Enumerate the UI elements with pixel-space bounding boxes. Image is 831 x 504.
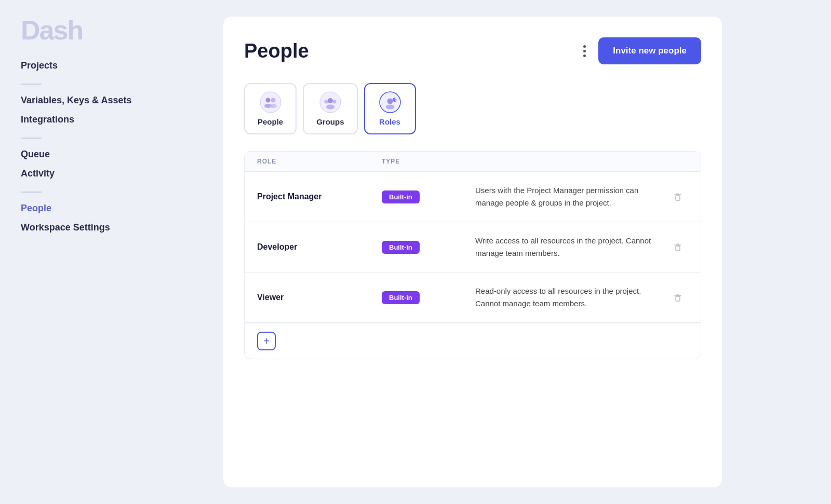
- delete-viewer-button[interactable]: [667, 290, 688, 305]
- col-header-actions: [667, 158, 688, 165]
- svg-point-7: [326, 105, 334, 110]
- more-options-button[interactable]: [579, 41, 590, 61]
- roles-tab-icon: ⚙: [379, 91, 401, 113]
- tab-people[interactable]: People: [244, 83, 297, 134]
- svg-rect-20: [677, 244, 679, 245]
- content-card: People Invite new people: [223, 17, 722, 487]
- svg-point-11: [387, 99, 393, 104]
- table-header: ROLE TYPE: [245, 152, 701, 172]
- role-name-developer: Developer: [257, 242, 382, 252]
- sidebar-item-variables[interactable]: Variables, Keys & Assets: [21, 91, 182, 110]
- svg-point-1: [265, 98, 270, 103]
- tab-roles-label: Roles: [379, 117, 400, 126]
- svg-point-6: [328, 98, 333, 103]
- trash-icon: [673, 292, 683, 303]
- tab-groups[interactable]: Groups: [303, 83, 357, 134]
- add-role-row: +: [245, 323, 701, 359]
- more-dot-3: [583, 55, 586, 57]
- sidebar: Dash Projects Variables, Keys & Assets I…: [0, 0, 203, 504]
- sidebar-divider-3: [21, 192, 42, 193]
- delete-developer-button[interactable]: [667, 240, 688, 254]
- sidebar-item-people[interactable]: People: [21, 199, 182, 218]
- svg-rect-23: [677, 294, 679, 295]
- svg-text:⚙: ⚙: [394, 98, 397, 101]
- role-name-viewer: Viewer: [257, 293, 382, 302]
- svg-point-8: [324, 100, 328, 104]
- tabs-container: People Groups: [244, 83, 701, 134]
- roles-table: ROLE TYPE Project Manager Built-in Users…: [244, 151, 701, 359]
- tab-people-label: People: [258, 117, 283, 126]
- col-header-description: [475, 158, 667, 165]
- delete-project-manager-button[interactable]: [667, 189, 688, 204]
- role-name-project-manager: Project Manager: [257, 192, 382, 201]
- logo: Dash: [21, 17, 182, 44]
- badge-builtin-viewer: Built-in: [382, 291, 420, 304]
- svg-rect-21: [676, 296, 680, 301]
- role-description-project-manager: Users with the Project Manager permissio…: [475, 184, 667, 209]
- trash-icon: [673, 242, 683, 252]
- sidebar-item-workspace[interactable]: Workspace Settings: [21, 218, 182, 237]
- badge-builtin-project-manager: Built-in: [382, 190, 420, 203]
- svg-point-2: [271, 98, 275, 103]
- more-dot-1: [583, 45, 586, 48]
- page-header: People Invite new people: [244, 37, 701, 64]
- svg-rect-18: [676, 246, 680, 251]
- table-row: Developer Built-in Write access to all r…: [245, 222, 701, 273]
- svg-point-0: [260, 92, 281, 113]
- role-description-viewer: Read-only access to all resources in the…: [475, 285, 667, 310]
- table-row: Project Manager Built-in Users with the …: [245, 172, 701, 222]
- more-dot-2: [583, 50, 586, 52]
- svg-point-4: [270, 104, 277, 108]
- add-role-button[interactable]: +: [257, 332, 276, 350]
- role-description-developer: Write access to all resources in the pro…: [475, 235, 667, 260]
- table-row: Viewer Built-in Read-only access to all …: [245, 273, 701, 323]
- sidebar-item-projects[interactable]: Projects: [21, 56, 182, 75]
- invite-new-people-button[interactable]: Invite new people: [598, 37, 701, 64]
- sidebar-item-integrations[interactable]: Integrations: [21, 110, 182, 129]
- tab-roles[interactable]: ⚙ Roles: [364, 83, 416, 134]
- header-actions: Invite new people: [579, 37, 701, 64]
- page-title: People: [244, 40, 309, 62]
- sidebar-item-queue[interactable]: Queue: [21, 145, 182, 164]
- col-header-role: ROLE: [257, 158, 382, 165]
- people-tab-icon: [260, 91, 282, 113]
- svg-point-9: [332, 100, 336, 104]
- sidebar-divider-2: [21, 138, 42, 139]
- main-content: People Invite new people: [203, 0, 831, 504]
- badge-builtin-developer: Built-in: [382, 241, 420, 254]
- tab-groups-label: Groups: [316, 117, 344, 126]
- trash-icon: [673, 192, 683, 202]
- col-header-type: TYPE: [382, 158, 475, 165]
- sidebar-item-activity[interactable]: Activity: [21, 164, 182, 183]
- svg-rect-15: [676, 196, 680, 200]
- groups-tab-icon: [319, 91, 341, 113]
- svg-rect-17: [677, 194, 679, 195]
- sidebar-divider-1: [21, 84, 42, 85]
- svg-point-12: [385, 105, 394, 110]
